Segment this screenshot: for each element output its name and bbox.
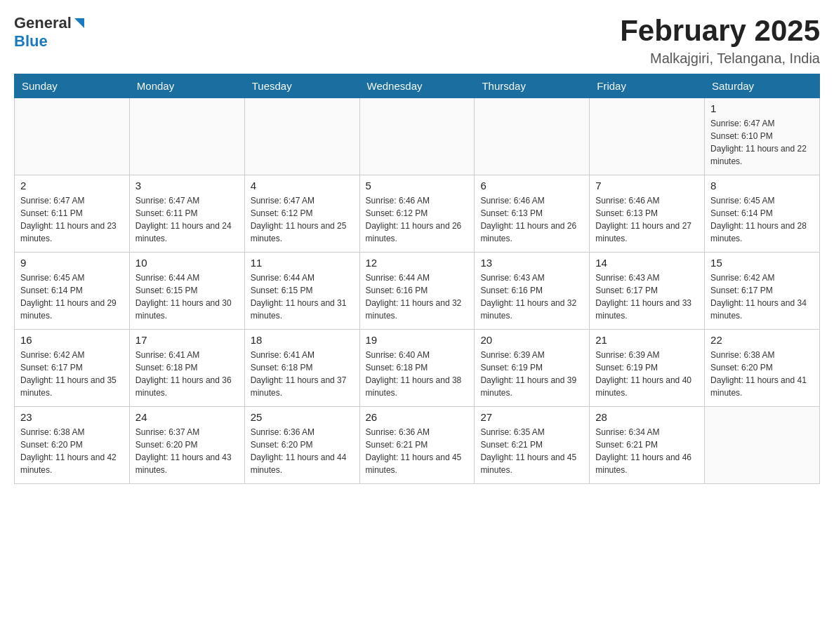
calendar-day-cell: 16Sunrise: 6:42 AM Sunset: 6:17 PM Dayli…: [15, 330, 130, 407]
calendar-day-cell: 19Sunrise: 6:40 AM Sunset: 6:18 PM Dayli…: [359, 330, 475, 407]
day-of-week-header: Monday: [129, 74, 244, 98]
day-number: 23: [20, 411, 124, 423]
svg-marker-0: [74, 18, 84, 28]
day-number: 26: [366, 411, 469, 423]
day-info: Sunrise: 6:43 AM Sunset: 6:16 PM Dayligh…: [480, 271, 583, 322]
calendar-day-cell: 13Sunrise: 6:43 AM Sunset: 6:16 PM Dayli…: [475, 253, 590, 330]
day-info: Sunrise: 6:42 AM Sunset: 6:17 PM Dayligh…: [710, 271, 814, 322]
day-number: 10: [135, 257, 239, 269]
day-info: Sunrise: 6:44 AM Sunset: 6:16 PM Dayligh…: [366, 271, 469, 322]
day-number: 19: [366, 334, 469, 346]
calendar-day-cell: 10Sunrise: 6:44 AM Sunset: 6:15 PM Dayli…: [129, 253, 244, 330]
logo-triangle-icon: [72, 15, 87, 31]
calendar-week-row: 23Sunrise: 6:38 AM Sunset: 6:20 PM Dayli…: [15, 407, 820, 484]
day-number: 3: [135, 180, 239, 192]
calendar-day-cell: 27Sunrise: 6:35 AM Sunset: 6:21 PM Dayli…: [475, 407, 590, 484]
day-number: 4: [251, 180, 354, 192]
day-number: 16: [20, 334, 124, 346]
day-number: 13: [480, 257, 583, 269]
day-number: 27: [480, 411, 583, 423]
calendar-day-cell: [475, 98, 590, 175]
day-info: Sunrise: 6:37 AM Sunset: 6:20 PM Dayligh…: [135, 426, 239, 476]
calendar-day-cell: [15, 98, 130, 175]
day-info: Sunrise: 6:34 AM Sunset: 6:21 PM Dayligh…: [595, 426, 699, 476]
calendar-day-cell: 3Sunrise: 6:47 AM Sunset: 6:11 PM Daylig…: [129, 175, 244, 253]
day-info: Sunrise: 6:45 AM Sunset: 6:14 PM Dayligh…: [710, 194, 814, 245]
calendar-week-row: 16Sunrise: 6:42 AM Sunset: 6:17 PM Dayli…: [15, 330, 820, 407]
day-number: 17: [135, 334, 239, 346]
day-number: 7: [595, 180, 699, 192]
day-number: 21: [595, 334, 699, 346]
day-info: Sunrise: 6:46 AM Sunset: 6:13 PM Dayligh…: [480, 194, 583, 245]
day-of-week-header: Friday: [590, 74, 705, 98]
logo-blue-text: Blue: [14, 32, 48, 50]
calendar-day-cell: 11Sunrise: 6:44 AM Sunset: 6:15 PM Dayli…: [244, 253, 359, 330]
calendar-day-cell: 20Sunrise: 6:39 AM Sunset: 6:19 PM Dayli…: [475, 330, 590, 407]
calendar-day-cell: [244, 98, 359, 175]
day-number: 22: [710, 334, 814, 346]
calendar-day-cell: 17Sunrise: 6:41 AM Sunset: 6:18 PM Dayli…: [129, 330, 244, 407]
calendar-day-cell: 14Sunrise: 6:43 AM Sunset: 6:17 PM Dayli…: [590, 253, 705, 330]
day-info: Sunrise: 6:36 AM Sunset: 6:21 PM Dayligh…: [366, 426, 469, 476]
day-number: 8: [710, 180, 814, 192]
calendar-day-cell: 24Sunrise: 6:37 AM Sunset: 6:20 PM Dayli…: [129, 407, 244, 484]
day-number: 25: [251, 411, 354, 423]
day-number: 5: [366, 180, 469, 192]
calendar-header-row: SundayMondayTuesdayWednesdayThursdayFrid…: [15, 74, 820, 98]
calendar-week-row: 9Sunrise: 6:45 AM Sunset: 6:14 PM Daylig…: [15, 253, 820, 330]
title-section: February 2025 Malkajgiri, Telangana, Ind…: [620, 14, 820, 67]
calendar-day-cell: 23Sunrise: 6:38 AM Sunset: 6:20 PM Dayli…: [15, 407, 130, 484]
calendar-day-cell: 28Sunrise: 6:34 AM Sunset: 6:21 PM Dayli…: [590, 407, 705, 484]
calendar-day-cell: 6Sunrise: 6:46 AM Sunset: 6:13 PM Daylig…: [475, 175, 590, 253]
day-of-week-header: Tuesday: [244, 74, 359, 98]
calendar-table: SundayMondayTuesdayWednesdayThursdayFrid…: [14, 74, 820, 484]
page-header: General Blue February 2025 Malkajgiri, T…: [14, 14, 820, 67]
day-info: Sunrise: 6:35 AM Sunset: 6:21 PM Dayligh…: [480, 426, 583, 476]
day-number: 11: [251, 257, 354, 269]
calendar-day-cell: [705, 407, 820, 484]
day-info: Sunrise: 6:39 AM Sunset: 6:19 PM Dayligh…: [480, 349, 583, 399]
calendar-day-cell: 4Sunrise: 6:47 AM Sunset: 6:12 PM Daylig…: [244, 175, 359, 253]
calendar-day-cell: 26Sunrise: 6:36 AM Sunset: 6:21 PM Dayli…: [359, 407, 475, 484]
logo: General Blue: [14, 14, 87, 51]
day-info: Sunrise: 6:39 AM Sunset: 6:19 PM Dayligh…: [595, 349, 699, 399]
day-number: 20: [480, 334, 583, 346]
day-info: Sunrise: 6:41 AM Sunset: 6:18 PM Dayligh…: [251, 349, 354, 399]
day-of-week-header: Wednesday: [359, 74, 475, 98]
day-info: Sunrise: 6:47 AM Sunset: 6:11 PM Dayligh…: [135, 194, 239, 245]
day-of-week-header: Sunday: [15, 74, 130, 98]
day-number: 1: [710, 102, 814, 114]
calendar-day-cell: [359, 98, 475, 175]
calendar-day-cell: 8Sunrise: 6:45 AM Sunset: 6:14 PM Daylig…: [705, 175, 820, 253]
day-of-week-header: Thursday: [475, 74, 590, 98]
calendar-week-row: 2Sunrise: 6:47 AM Sunset: 6:11 PM Daylig…: [15, 175, 820, 253]
calendar-day-cell: 2Sunrise: 6:47 AM Sunset: 6:11 PM Daylig…: [15, 175, 130, 253]
day-info: Sunrise: 6:47 AM Sunset: 6:11 PM Dayligh…: [20, 194, 124, 245]
day-of-week-header: Saturday: [705, 74, 820, 98]
day-info: Sunrise: 6:38 AM Sunset: 6:20 PM Dayligh…: [710, 349, 814, 399]
day-number: 9: [20, 257, 124, 269]
day-info: Sunrise: 6:41 AM Sunset: 6:18 PM Dayligh…: [135, 349, 239, 399]
day-number: 14: [595, 257, 699, 269]
location-title: Malkajgiri, Telangana, India: [620, 51, 820, 67]
logo-general-text: General: [14, 14, 72, 32]
calendar-day-cell: 25Sunrise: 6:36 AM Sunset: 6:20 PM Dayli…: [244, 407, 359, 484]
day-number: 12: [366, 257, 469, 269]
calendar-day-cell: 21Sunrise: 6:39 AM Sunset: 6:19 PM Dayli…: [590, 330, 705, 407]
day-info: Sunrise: 6:46 AM Sunset: 6:12 PM Dayligh…: [366, 194, 469, 245]
calendar-day-cell: 9Sunrise: 6:45 AM Sunset: 6:14 PM Daylig…: [15, 253, 130, 330]
day-info: Sunrise: 6:44 AM Sunset: 6:15 PM Dayligh…: [135, 271, 239, 322]
day-info: Sunrise: 6:40 AM Sunset: 6:18 PM Dayligh…: [366, 349, 469, 399]
calendar-day-cell: 18Sunrise: 6:41 AM Sunset: 6:18 PM Dayli…: [244, 330, 359, 407]
calendar-day-cell: 1Sunrise: 6:47 AM Sunset: 6:10 PM Daylig…: [705, 98, 820, 175]
calendar-day-cell: 5Sunrise: 6:46 AM Sunset: 6:12 PM Daylig…: [359, 175, 475, 253]
day-number: 6: [480, 180, 583, 192]
calendar-week-row: 1Sunrise: 6:47 AM Sunset: 6:10 PM Daylig…: [15, 98, 820, 175]
calendar-day-cell: 7Sunrise: 6:46 AM Sunset: 6:13 PM Daylig…: [590, 175, 705, 253]
day-info: Sunrise: 6:44 AM Sunset: 6:15 PM Dayligh…: [251, 271, 354, 322]
day-info: Sunrise: 6:47 AM Sunset: 6:10 PM Dayligh…: [710, 117, 814, 168]
calendar-day-cell: [590, 98, 705, 175]
day-info: Sunrise: 6:47 AM Sunset: 6:12 PM Dayligh…: [251, 194, 354, 245]
calendar-day-cell: [129, 98, 244, 175]
day-number: 28: [595, 411, 699, 423]
